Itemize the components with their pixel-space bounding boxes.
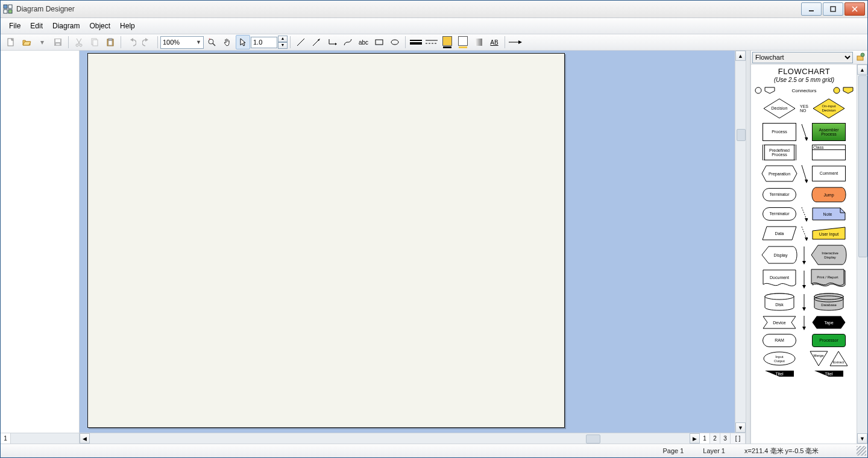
svg-marker-22	[130, 38, 133, 42]
palette-vscroll[interactable]: ▲ ▼	[857, 64, 867, 444]
line-color-button[interactable]	[456, 35, 470, 49]
shape-preparation[interactable]: Preparation	[761, 165, 797, 182]
maximize-button[interactable]	[823, 2, 843, 16]
scroll-left-button[interactable]: ◀	[80, 433, 90, 444]
page-tab-new[interactable]: [ ]	[731, 433, 746, 444]
shape-print-report[interactable]: Print / Report	[811, 269, 847, 289]
spin-up[interactable]: ▲	[278, 36, 288, 42]
line-width-button[interactable]	[409, 35, 423, 49]
line-style-button[interactable]	[424, 35, 439, 49]
spin-down[interactable]: ▼	[278, 42, 288, 49]
shape-process[interactable]: Process	[763, 123, 796, 141]
connectors-row: Connectors	[752, 87, 856, 94]
svg-rect-3	[8, 10, 12, 13]
connector-circle-y-icon[interactable]	[833, 87, 840, 94]
canvas-vscroll[interactable]: ▲ ▼	[735, 51, 746, 433]
canvas-area[interactable]: ▲ ▼	[80, 51, 746, 433]
scroll-down-button[interactable]: ▼	[735, 422, 746, 433]
connector-offpage-y-icon[interactable]	[843, 87, 854, 94]
scroll-thumb[interactable]	[737, 129, 746, 141]
connectors-label: Connectors	[792, 88, 817, 93]
shape-terminator[interactable]: Terminator	[763, 188, 796, 201]
zoom-tool-button[interactable]: +	[204, 35, 219, 49]
text-format-button[interactable]: AB	[487, 35, 502, 49]
shape-titel2[interactable]: Titel	[814, 370, 844, 377]
minimize-button[interactable]	[801, 2, 822, 16]
copy-button[interactable]	[87, 35, 102, 49]
shape-jump[interactable]: Jump	[811, 187, 846, 202]
menu-object[interactable]: Object	[84, 20, 115, 32]
scroll-right-button[interactable]: ▶	[690, 433, 700, 444]
left-tab-1[interactable]: 1	[1, 433, 11, 444]
gradient-button[interactable]	[471, 35, 486, 49]
toolbar: ▾ 100%▼ + ▲▼ abc AB	[1, 34, 867, 51]
paste-button[interactable]	[103, 35, 118, 49]
save-button[interactable]	[51, 35, 65, 49]
new-button[interactable]	[4, 35, 18, 49]
menu-edit[interactable]: Edit	[25, 20, 48, 32]
shape-display[interactable]: Display	[761, 246, 797, 264]
rect-tool-button[interactable]	[372, 35, 386, 49]
open-button[interactable]	[19, 35, 34, 49]
shape-titel1[interactable]: Titel	[764, 370, 794, 377]
shape-class[interactable]: Class	[812, 145, 846, 160]
splitter[interactable]	[746, 51, 750, 444]
shape-document[interactable]: Document	[763, 269, 796, 289]
connector-tool-button[interactable]	[325, 35, 339, 49]
shape-decision[interactable]: Decision	[763, 98, 796, 119]
redo-button[interactable]	[140, 35, 154, 49]
shape-database[interactable]: Database	[813, 293, 844, 311]
shape-merge-extract[interactable]: MergeExtract	[810, 351, 848, 366]
curve-tool-button[interactable]	[341, 35, 355, 49]
menu-diagram[interactable]: Diagram	[48, 20, 84, 32]
shape-ram[interactable]: RAM	[763, 334, 796, 347]
scroll-up-button[interactable]: ▲	[735, 51, 746, 61]
shape-user-input[interactable]: User Input	[812, 227, 846, 240]
scroll-thumb[interactable]	[858, 75, 867, 257]
shape-tape[interactable]: Tape	[812, 316, 846, 329]
shape-processor[interactable]: Processor	[812, 334, 846, 347]
scroll-up-button[interactable]: ▲	[857, 64, 867, 75]
step-spinner[interactable]: ▲▼	[251, 36, 288, 49]
pan-tool-button[interactable]	[220, 35, 234, 49]
text-tool-button[interactable]: abc	[356, 35, 371, 49]
hscroll-thumb[interactable]	[586, 434, 600, 444]
shape-terminator2[interactable]: Terminator	[763, 207, 796, 221]
shape-interactive-display[interactable]: InteractiveDisplay	[811, 245, 847, 265]
close-button[interactable]	[844, 2, 865, 16]
scroll-down-button[interactable]: ▼	[857, 433, 867, 444]
save-dropdown-button[interactable]: ▾	[35, 35, 49, 49]
line-tool-button[interactable]	[294, 35, 308, 49]
arrow-tool-button[interactable]	[309, 35, 324, 49]
arrow-style-button[interactable]	[508, 35, 523, 49]
connector-circle-icon[interactable]	[755, 87, 762, 94]
shape-data[interactable]: Data	[762, 226, 797, 240]
select-tool-button[interactable]	[236, 35, 250, 49]
palette-settings-button[interactable]	[854, 51, 866, 63]
menu-file[interactable]: File	[4, 20, 25, 32]
ellipse-tool-button[interactable]	[388, 35, 402, 49]
shape-assembler-process[interactable]: Assembler Process	[812, 123, 846, 141]
resize-grip[interactable]	[857, 446, 866, 456]
shape-note[interactable]: Note	[812, 207, 846, 221]
zoom-combo[interactable]: 100%▼	[160, 36, 204, 49]
page[interactable]	[87, 53, 565, 428]
shape-predefined-process[interactable]: Predefined Process	[763, 145, 796, 160]
fill-color-button[interactable]	[440, 35, 454, 49]
shape-input-output[interactable]: InputOutput	[763, 351, 796, 366]
shape-oninput-decision[interactable]: On-inputDecision	[812, 98, 846, 119]
shape-disk[interactable]: Disk	[764, 293, 795, 311]
menu-help[interactable]: Help	[115, 20, 140, 32]
page-tab-2[interactable]: 2	[710, 433, 720, 444]
zoom-value: 100%	[163, 39, 180, 46]
palette-select[interactable]: Flowchart	[752, 52, 853, 63]
canvas-hscroll[interactable]: ◀ ▶	[80, 433, 700, 444]
page-tab-1[interactable]: 1	[700, 433, 710, 444]
undo-button[interactable]	[124, 35, 139, 49]
step-input[interactable]	[251, 37, 277, 48]
page-tab-3[interactable]: 3	[720, 433, 731, 444]
shape-device[interactable]: Device	[763, 316, 796, 329]
shape-comment[interactable]: Comment	[812, 166, 846, 181]
cut-button[interactable]	[72, 35, 86, 49]
connector-offpage-icon[interactable]	[764, 87, 775, 94]
